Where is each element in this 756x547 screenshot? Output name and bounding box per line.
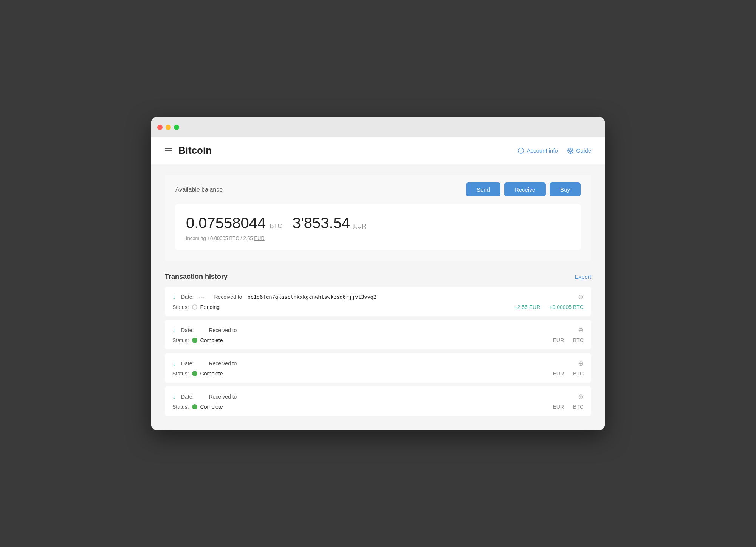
maximize-button[interactable] xyxy=(174,125,179,130)
export-link[interactable]: Export xyxy=(575,274,591,280)
status-label: Status: xyxy=(172,371,189,377)
balance-card: 0.07558044 BTC 3'853.54 EUR Incoming +0.… xyxy=(175,204,581,250)
eur-balance: 3'853.54 EUR xyxy=(293,215,366,232)
table-row: ↓ Date: Received to ⊕ Status: Complete xyxy=(165,353,591,383)
traffic-lights xyxy=(157,125,179,130)
eur-amount: +2.55 EUR xyxy=(514,304,540,310)
status-dot-complete xyxy=(192,404,197,409)
status-value: Pending xyxy=(200,304,220,310)
tx-row-top: ↓ Date: Received to ⊕ xyxy=(172,392,584,401)
transaction-title: Transaction history xyxy=(165,273,228,281)
guide-link[interactable]: Guide xyxy=(567,147,591,154)
date-label: Date: xyxy=(181,394,194,400)
status-area: Status: Complete xyxy=(172,404,223,410)
incoming-arrow-icon: ↓ xyxy=(172,360,176,368)
header-right: Account info Guide xyxy=(517,147,591,154)
detail-icon[interactable]: ⊕ xyxy=(578,326,584,334)
status-value: Complete xyxy=(200,337,223,343)
account-info-link[interactable]: Account info xyxy=(517,147,558,154)
status-label: Status: xyxy=(172,304,189,310)
balance-section: Available balance Send Receive Buy 0.075… xyxy=(165,175,591,261)
eur-amount: EUR xyxy=(553,404,564,410)
date-label: Date: xyxy=(181,294,194,300)
btc-amount: BTC xyxy=(573,337,584,343)
main-content: Available balance Send Receive Buy 0.075… xyxy=(151,164,605,430)
receive-button[interactable]: Receive xyxy=(504,182,546,196)
detail-icon[interactable]: ⊕ xyxy=(578,359,584,368)
app-window: Bitcoin Account info xyxy=(151,117,605,430)
detail-icon[interactable]: ⊕ xyxy=(578,392,584,401)
incoming-arrow-icon: ↓ xyxy=(172,393,176,401)
transaction-header: Transaction history Export xyxy=(165,273,591,281)
svg-point-4 xyxy=(569,149,572,151)
incoming-arrow-icon: ↓ xyxy=(172,326,176,334)
btc-amount: +0.00005 BTC xyxy=(549,304,584,310)
amounts-area: +2.55 EUR +0.00005 BTC xyxy=(514,304,584,310)
status-label: Status: xyxy=(172,337,189,343)
received-label: Received to xyxy=(209,394,237,400)
incoming-info: Incoming +0.00005 BTC / 2.55 EUR xyxy=(186,235,570,241)
eur-amount: EUR xyxy=(553,371,564,377)
svg-point-2 xyxy=(521,149,521,150)
close-button[interactable] xyxy=(157,125,163,130)
table-row: ↓ Date: Received to ⊕ Status: Complete xyxy=(165,386,591,416)
status-value: Complete xyxy=(200,404,223,410)
app-title: Bitcoin xyxy=(178,145,212,156)
incoming-arrow-icon: ↓ xyxy=(172,293,176,301)
amounts-area: EUR BTC xyxy=(553,371,584,377)
status-area: Status: Complete xyxy=(172,337,223,343)
menu-icon[interactable] xyxy=(165,148,172,153)
status-dot-complete xyxy=(192,371,197,376)
btc-balance: 0.07558044 BTC xyxy=(186,215,282,232)
header-left: Bitcoin xyxy=(165,145,212,156)
btc-amount: BTC xyxy=(573,404,584,410)
received-label: Received to xyxy=(209,327,237,333)
status-label: Status: xyxy=(172,404,189,410)
date-label: Date: xyxy=(181,327,194,333)
status-area: Status: Complete xyxy=(172,371,223,377)
amounts-area: EUR BTC xyxy=(553,404,584,410)
btc-amount: BTC xyxy=(573,371,584,377)
balance-label: Available balance xyxy=(175,186,223,193)
tx-row-top: ↓ Date: Received to ⊕ xyxy=(172,359,584,368)
app-content: Bitcoin Account info xyxy=(151,137,605,430)
received-label: Received to xyxy=(214,294,242,300)
info-icon xyxy=(517,147,524,154)
transaction-list: ↓ Date: --- Received to bc1q6fcn7gkasclm… xyxy=(165,287,591,416)
tx-row-top: ↓ Date: Received to ⊕ xyxy=(172,326,584,334)
status-value: Complete xyxy=(200,371,223,377)
amounts-area: EUR BTC xyxy=(553,337,584,343)
header: Bitcoin Account info xyxy=(151,137,605,164)
minimize-button[interactable] xyxy=(166,125,171,130)
tx-row-bottom: Status: Pending +2.55 EUR +0.00005 BTC xyxy=(172,304,584,310)
status-dot-pending xyxy=(192,304,197,310)
status-area: Status: Pending xyxy=(172,304,220,310)
tx-row-top: ↓ Date: --- Received to bc1q6fcn7gkasclm… xyxy=(172,293,584,301)
status-dot-complete xyxy=(192,338,197,343)
detail-icon[interactable]: ⊕ xyxy=(578,293,584,301)
table-row: ↓ Date: Received to ⊕ Status: Complete xyxy=(165,320,591,349)
tx-row-bottom: Status: Complete EUR BTC xyxy=(172,404,584,410)
balance-header: Available balance Send Receive Buy xyxy=(175,182,581,196)
eur-amount: EUR xyxy=(553,337,564,343)
balance-amounts: 0.07558044 BTC 3'853.54 EUR xyxy=(186,215,570,232)
table-row: ↓ Date: --- Received to bc1q6fcn7gkasclm… xyxy=(165,287,591,316)
date-value: --- xyxy=(199,294,204,300)
received-address: bc1q6fcn7gkasclmkxkgcnwhtswkzsq6rjjvt3vv… xyxy=(247,294,376,300)
received-label: Received to xyxy=(209,360,237,366)
send-button[interactable]: Send xyxy=(466,182,500,196)
guide-icon xyxy=(567,147,574,154)
tx-row-bottom: Status: Complete EUR BTC xyxy=(172,371,584,377)
titlebar xyxy=(151,117,605,137)
buy-button[interactable]: Buy xyxy=(550,182,581,196)
date-label: Date: xyxy=(181,360,194,366)
tx-row-bottom: Status: Complete EUR BTC xyxy=(172,337,584,343)
balance-buttons: Send Receive Buy xyxy=(466,182,581,196)
